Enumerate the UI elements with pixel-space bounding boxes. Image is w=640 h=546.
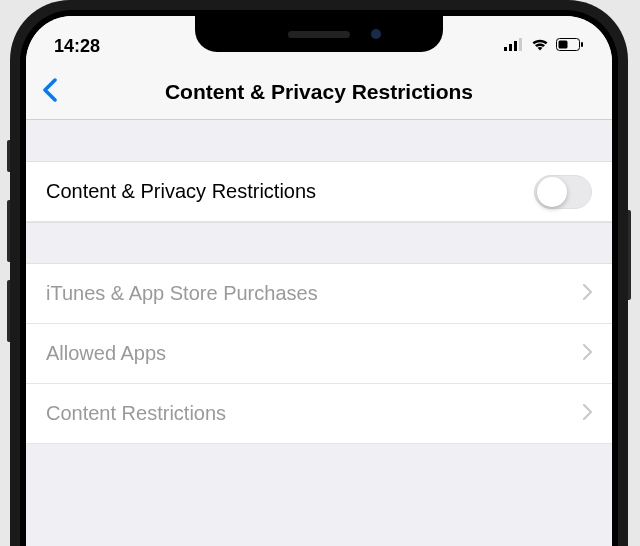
nav-row-allowed-apps[interactable]: Allowed Apps <box>26 324 612 384</box>
cellular-icon <box>504 37 524 55</box>
chevron-right-icon <box>583 344 592 364</box>
nav-row-content-restrictions[interactable]: Content Restrictions <box>26 384 612 444</box>
svg-rect-3 <box>519 38 522 51</box>
status-time: 14:28 <box>54 36 100 57</box>
content-privacy-toggle[interactable] <box>534 175 592 209</box>
battery-icon <box>556 37 584 55</box>
svg-rect-2 <box>514 41 517 51</box>
svg-rect-0 <box>504 47 507 51</box>
svg-rect-1 <box>509 44 512 51</box>
nav-row-itunes-purchases[interactable]: iTunes & App Store Purchases <box>26 264 612 324</box>
row-label: Content Restrictions <box>46 402 226 425</box>
chevron-right-icon <box>583 404 592 424</box>
row-label: iTunes & App Store Purchases <box>46 282 318 305</box>
svg-rect-5 <box>559 41 568 49</box>
content-privacy-toggle-row: Content & Privacy Restrictions <box>26 162 612 222</box>
row-label: Allowed Apps <box>46 342 166 365</box>
navigation-bar: Content & Privacy Restrictions <box>26 64 612 120</box>
wifi-icon <box>530 37 550 55</box>
page-title: Content & Privacy Restrictions <box>38 80 600 104</box>
toggle-label: Content & Privacy Restrictions <box>46 180 316 203</box>
svg-rect-6 <box>581 42 583 47</box>
back-button[interactable] <box>42 78 58 106</box>
section-spacer <box>26 120 612 162</box>
section-spacer <box>26 222 612 264</box>
chevron-right-icon <box>583 284 592 304</box>
